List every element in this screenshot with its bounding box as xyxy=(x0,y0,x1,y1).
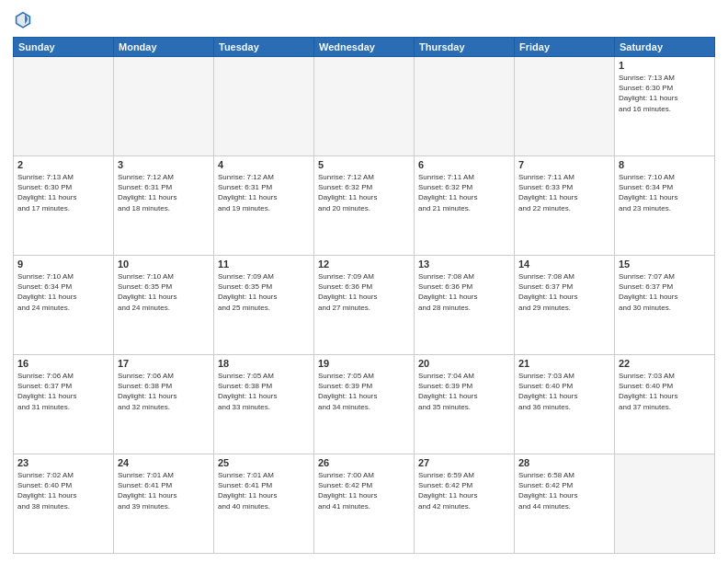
day-info: Sunrise: 7:08 AM Sunset: 6:37 PM Dayligh… xyxy=(518,271,610,313)
day-number: 16 xyxy=(17,358,109,369)
day-cell xyxy=(14,57,114,156)
day-cell xyxy=(314,57,415,156)
day-number: 7 xyxy=(518,159,610,170)
day-number: 22 xyxy=(619,358,711,369)
day-info: Sunrise: 7:12 AM Sunset: 6:31 PM Dayligh… xyxy=(218,172,310,213)
day-number: 9 xyxy=(17,259,109,270)
day-cell: 24Sunrise: 7:01 AM Sunset: 6:41 PM Dayli… xyxy=(114,454,214,554)
day-info: Sunrise: 7:03 AM Sunset: 6:40 PM Dayligh… xyxy=(619,371,711,412)
day-cell: 5Sunrise: 7:12 AM Sunset: 6:32 PM Daylig… xyxy=(314,156,415,256)
day-cell: 20Sunrise: 7:04 AM Sunset: 6:39 PM Dayli… xyxy=(415,355,515,454)
day-cell xyxy=(515,57,615,156)
day-number: 10 xyxy=(118,259,210,270)
day-number: 17 xyxy=(118,358,210,369)
day-info: Sunrise: 7:13 AM Sunset: 6:30 PM Dayligh… xyxy=(17,172,109,213)
day-info: Sunrise: 7:10 AM Sunset: 6:35 PM Dayligh… xyxy=(118,271,210,313)
day-number: 23 xyxy=(17,457,109,468)
day-number: 28 xyxy=(518,457,610,468)
logo xyxy=(13,9,37,29)
day-cell: 21Sunrise: 7:03 AM Sunset: 6:40 PM Dayli… xyxy=(515,355,615,454)
day-number: 5 xyxy=(318,159,410,170)
day-cell: 17Sunrise: 7:06 AM Sunset: 6:38 PM Dayli… xyxy=(114,355,214,454)
day-number: 2 xyxy=(17,159,109,170)
day-number: 20 xyxy=(418,358,510,369)
day-info: Sunrise: 7:04 AM Sunset: 6:39 PM Dayligh… xyxy=(418,371,510,412)
day-cell: 27Sunrise: 6:59 AM Sunset: 6:42 PM Dayli… xyxy=(415,454,515,554)
day-info: Sunrise: 7:10 AM Sunset: 6:34 PM Dayligh… xyxy=(17,271,109,313)
day-number: 21 xyxy=(518,358,610,369)
day-cell: 28Sunrise: 6:58 AM Sunset: 6:42 PM Dayli… xyxy=(515,454,615,554)
day-info: Sunrise: 7:07 AM Sunset: 6:37 PM Dayligh… xyxy=(619,271,711,313)
logo-icon xyxy=(13,9,33,29)
week-row-3: 16Sunrise: 7:06 AM Sunset: 6:37 PM Dayli… xyxy=(14,355,715,454)
day-number: 15 xyxy=(619,259,711,270)
day-info: Sunrise: 7:05 AM Sunset: 6:38 PM Dayligh… xyxy=(218,371,310,412)
day-cell xyxy=(615,454,715,554)
week-row-4: 23Sunrise: 7:02 AM Sunset: 6:40 PM Dayli… xyxy=(14,454,715,554)
day-info: Sunrise: 7:00 AM Sunset: 6:42 PM Dayligh… xyxy=(318,470,410,511)
day-cell: 8Sunrise: 7:10 AM Sunset: 6:34 PM Daylig… xyxy=(615,156,715,256)
day-cell: 11Sunrise: 7:09 AM Sunset: 6:35 PM Dayli… xyxy=(214,256,314,355)
day-info: Sunrise: 7:13 AM Sunset: 6:30 PM Dayligh… xyxy=(619,73,711,114)
weekday-header-thursday: Thursday xyxy=(415,38,515,57)
day-cell: 9Sunrise: 7:10 AM Sunset: 6:34 PM Daylig… xyxy=(14,256,114,355)
weekday-header-saturday: Saturday xyxy=(615,38,715,57)
weekday-header-wednesday: Wednesday xyxy=(314,38,415,57)
day-cell: 25Sunrise: 7:01 AM Sunset: 6:41 PM Dayli… xyxy=(214,454,314,554)
day-number: 18 xyxy=(218,358,310,369)
day-cell: 23Sunrise: 7:02 AM Sunset: 6:40 PM Dayli… xyxy=(14,454,114,554)
day-info: Sunrise: 7:09 AM Sunset: 6:35 PM Dayligh… xyxy=(218,271,310,313)
day-cell: 18Sunrise: 7:05 AM Sunset: 6:38 PM Dayli… xyxy=(214,355,314,454)
day-number: 24 xyxy=(118,457,210,468)
day-cell: 2Sunrise: 7:13 AM Sunset: 6:30 PM Daylig… xyxy=(14,156,114,256)
day-number: 27 xyxy=(418,457,510,468)
day-number: 14 xyxy=(518,259,610,270)
day-number: 26 xyxy=(318,457,410,468)
day-cell: 3Sunrise: 7:12 AM Sunset: 6:31 PM Daylig… xyxy=(114,156,214,256)
day-number: 6 xyxy=(418,159,510,170)
week-row-1: 2Sunrise: 7:13 AM Sunset: 6:30 PM Daylig… xyxy=(14,156,715,256)
day-cell: 22Sunrise: 7:03 AM Sunset: 6:40 PM Dayli… xyxy=(615,355,715,454)
day-info: Sunrise: 7:06 AM Sunset: 6:37 PM Dayligh… xyxy=(17,371,109,412)
day-info: Sunrise: 7:03 AM Sunset: 6:40 PM Dayligh… xyxy=(518,371,610,412)
day-number: 11 xyxy=(218,259,310,270)
day-cell xyxy=(214,57,314,156)
day-number: 12 xyxy=(318,259,410,270)
day-cell: 10Sunrise: 7:10 AM Sunset: 6:35 PM Dayli… xyxy=(114,256,214,355)
day-info: Sunrise: 7:05 AM Sunset: 6:39 PM Dayligh… xyxy=(318,371,410,412)
day-info: Sunrise: 7:01 AM Sunset: 6:41 PM Dayligh… xyxy=(118,470,210,511)
day-info: Sunrise: 7:11 AM Sunset: 6:33 PM Dayligh… xyxy=(518,172,610,213)
day-number: 8 xyxy=(619,159,711,170)
day-cell xyxy=(114,57,214,156)
day-info: Sunrise: 7:08 AM Sunset: 6:36 PM Dayligh… xyxy=(418,271,510,313)
day-cell: 19Sunrise: 7:05 AM Sunset: 6:39 PM Dayli… xyxy=(314,355,415,454)
day-cell: 4Sunrise: 7:12 AM Sunset: 6:31 PM Daylig… xyxy=(214,156,314,256)
day-cell: 14Sunrise: 7:08 AM Sunset: 6:37 PM Dayli… xyxy=(515,256,615,355)
header xyxy=(13,9,715,29)
day-info: Sunrise: 7:12 AM Sunset: 6:31 PM Dayligh… xyxy=(118,172,210,213)
day-info: Sunrise: 6:58 AM Sunset: 6:42 PM Dayligh… xyxy=(518,470,610,511)
day-cell: 6Sunrise: 7:11 AM Sunset: 6:32 PM Daylig… xyxy=(415,156,515,256)
day-info: Sunrise: 6:59 AM Sunset: 6:42 PM Dayligh… xyxy=(418,470,510,511)
page: SundayMondayTuesdayWednesdayThursdayFrid… xyxy=(0,0,728,563)
day-cell: 12Sunrise: 7:09 AM Sunset: 6:36 PM Dayli… xyxy=(314,256,415,355)
day-number: 3 xyxy=(118,159,210,170)
calendar: SundayMondayTuesdayWednesdayThursdayFrid… xyxy=(13,37,715,554)
weekday-header-tuesday: Tuesday xyxy=(214,38,314,57)
week-row-0: 1Sunrise: 7:13 AM Sunset: 6:30 PM Daylig… xyxy=(14,57,715,156)
day-info: Sunrise: 7:06 AM Sunset: 6:38 PM Dayligh… xyxy=(118,371,210,412)
day-info: Sunrise: 7:11 AM Sunset: 6:32 PM Dayligh… xyxy=(418,172,510,213)
weekday-header-row: SundayMondayTuesdayWednesdayThursdayFrid… xyxy=(14,38,715,57)
day-cell: 15Sunrise: 7:07 AM Sunset: 6:37 PM Dayli… xyxy=(615,256,715,355)
day-cell: 1Sunrise: 7:13 AM Sunset: 6:30 PM Daylig… xyxy=(615,57,715,156)
day-number: 19 xyxy=(318,358,410,369)
day-info: Sunrise: 7:02 AM Sunset: 6:40 PM Dayligh… xyxy=(17,470,109,511)
weekday-header-sunday: Sunday xyxy=(14,38,114,57)
weekday-header-monday: Monday xyxy=(114,38,214,57)
day-number: 13 xyxy=(418,259,510,270)
weekday-header-friday: Friday xyxy=(515,38,615,57)
day-info: Sunrise: 7:09 AM Sunset: 6:36 PM Dayligh… xyxy=(318,271,410,313)
day-cell: 26Sunrise: 7:00 AM Sunset: 6:42 PM Dayli… xyxy=(314,454,415,554)
day-cell: 7Sunrise: 7:11 AM Sunset: 6:33 PM Daylig… xyxy=(515,156,615,256)
day-info: Sunrise: 7:01 AM Sunset: 6:41 PM Dayligh… xyxy=(218,470,310,511)
